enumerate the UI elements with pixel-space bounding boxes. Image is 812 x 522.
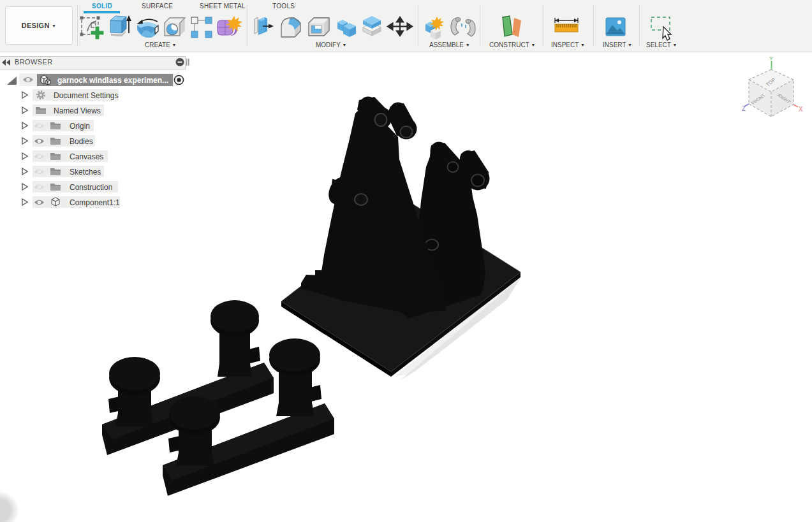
svg-text:Z: Z <box>742 105 746 112</box>
svg-text:Y: Y <box>769 55 773 62</box>
svg-text:X: X <box>799 106 803 113</box>
